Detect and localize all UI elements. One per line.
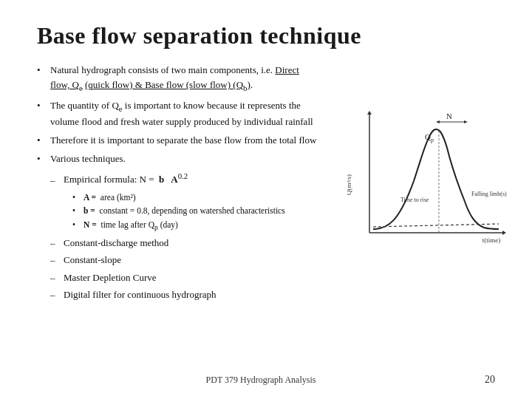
dash-4: – — [50, 287, 61, 302]
bullet-list: • Natural hydrograph consists of two mai… — [37, 63, 318, 302]
bullet-text-3: Therefore it is important to separate th… — [50, 133, 318, 148]
small-text-b: b = constant = 0.8, depending on watersh… — [83, 205, 285, 217]
quick-flow-text: (quick flow) & Base flow (slow flow) (Qb… — [85, 79, 250, 90]
slide: Base flow separation technique • Natural… — [0, 0, 532, 399]
dash-2: – — [50, 253, 61, 267]
sub-item-1: – Constant-discharge method — [50, 236, 318, 250]
hydrograph-chart: N Qp Q(m³/s) t(time) Falling limb(s) Tim… — [347, 107, 510, 255]
dash-1: – — [50, 236, 61, 250]
small-bullets: • A = area (km²) • b = constant = 0.8, d… — [72, 191, 318, 233]
empirical-text: Empirical formula: N = b A0.2 — [64, 170, 188, 187]
footer-page: 20 — [485, 374, 495, 386]
sub-list: – Empirical formula: N = b A0.2 • A = ar… — [50, 170, 318, 302]
bullet-2: • The quantity of Qe is important to kno… — [37, 98, 318, 130]
formula-bold: b A — [159, 174, 178, 185]
sub-label-2: Constant-slope — [64, 253, 121, 267]
small-bullet-b: • b = constant = 0.8, depending on water… — [72, 205, 318, 217]
bullet-1: • Natural hydrograph consists of two mai… — [37, 63, 318, 95]
bullet-text-4: Various techniques. — [50, 151, 318, 166]
hydrograph-curve — [373, 129, 499, 229]
small-dot-n: • — [72, 219, 81, 231]
empirical-line: – Empirical formula: N = b A0.2 — [50, 170, 318, 187]
time-to-rise-label: Time to rise — [400, 197, 429, 203]
empirical-dash: – — [50, 173, 61, 188]
bullet-text-2: The quantity of Qe is important to know … — [50, 98, 318, 130]
characteristics-text: characteristics — [236, 206, 285, 215]
sub-label-3: Master Depletion Curve — [64, 270, 157, 285]
bullet-dot-3: • — [37, 133, 47, 148]
bullet-dot-1: • — [37, 63, 47, 78]
bullet-3: • Therefore it is important to separate … — [37, 133, 318, 148]
x-arrow — [502, 231, 506, 235]
falling-limb-label: Falling limb(s) — [471, 191, 507, 197]
n-label: N — [446, 112, 452, 120]
bullet-text-1: Natural hydrograph consists of two main … — [50, 63, 318, 95]
dash-3: – — [50, 270, 61, 285]
footer: PDT 379 Hydrograph Analysis 20 — [37, 374, 495, 386]
sub-item-3: – Master Depletion Curve — [50, 270, 318, 285]
sub-item-2: – Constant-slope — [50, 253, 318, 267]
y-axis-label: Q(m³/s) — [347, 174, 352, 195]
footer-center: PDT 379 Hydrograph Analysis — [37, 375, 485, 386]
bullet-dot-2: • — [37, 98, 47, 113]
qp-label: Qp — [425, 132, 434, 143]
sub-label-4: Digital filter for continuous hydrograph — [64, 287, 216, 302]
chart-svg: N Qp Q(m³/s) t(time) Falling limb(s) Tim… — [347, 107, 510, 255]
n-arrow-right — [464, 120, 468, 123]
small-dot-a: • — [72, 191, 81, 204]
n-arrow-left — [436, 120, 440, 123]
small-text-a: A = area (km²) — [83, 191, 136, 204]
bullet-4: • Various techniques. — [37, 151, 318, 166]
sub-item-4: – Digital filter for continuous hydrogra… — [50, 287, 318, 302]
formula-exponent: 0.2 — [178, 171, 188, 180]
small-dot-b: • — [72, 205, 81, 217]
sub-label-1: Constant-discharge method — [64, 236, 168, 250]
small-bullet-a: • A = area (km²) — [72, 191, 318, 204]
small-text-n: N = time lag after Qp (day) — [83, 219, 178, 233]
bullet-dot-4: • — [37, 151, 47, 166]
slide-title: Base flow separation technique — [37, 22, 495, 50]
x-axis-label: t(time) — [482, 236, 501, 244]
y-arrow — [367, 111, 372, 115]
small-bullet-n: • N = time lag after Qp (day) — [72, 219, 318, 233]
